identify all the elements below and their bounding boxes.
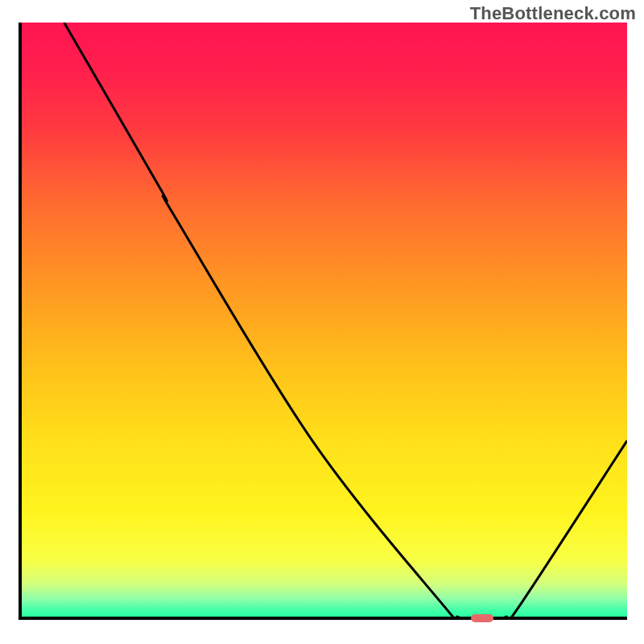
chart-canvas (22, 23, 627, 620)
chart-frame: TheBottleneck.com (0, 0, 644, 644)
gradient-fill (22, 23, 627, 620)
bottleneck-marker (471, 614, 493, 622)
watermark-text: TheBottleneck.com (470, 3, 636, 24)
x-axis-line (19, 617, 627, 620)
y-axis-line (19, 23, 22, 620)
